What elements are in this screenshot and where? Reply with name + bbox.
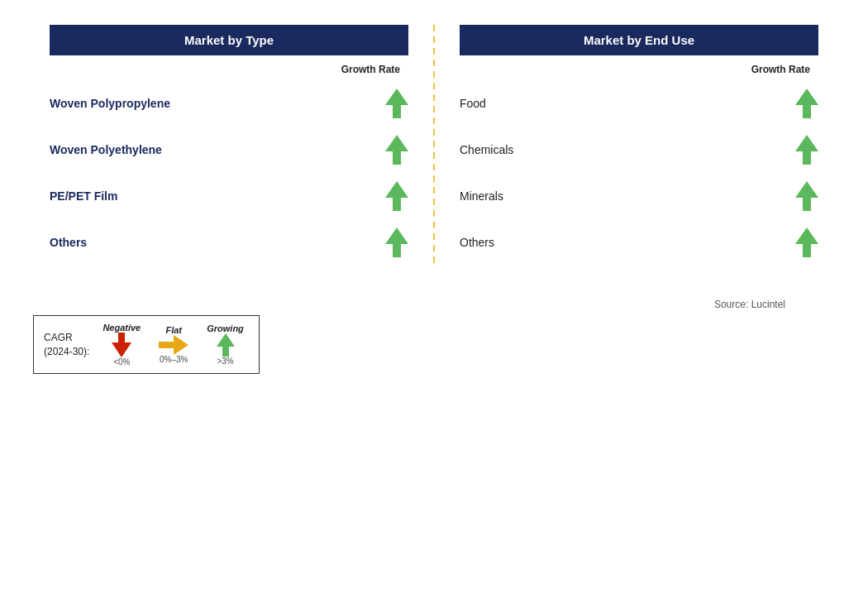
cagr-label: CAGR (2024-30):: [44, 331, 89, 359]
list-item: PE/PET Film: [50, 173, 408, 219]
item-label-pe-pet: PE/PET Film: [50, 189, 117, 203]
list-item: Others: [50, 219, 408, 266]
list-item: Chemicals: [460, 127, 818, 173]
legend-growing: Growing >3%: [207, 323, 244, 366]
yellow-arrow-icon: [159, 335, 188, 355]
left-growth-rate-label: Growth Rate: [50, 64, 408, 75]
growth-arrow-up-icon: [385, 89, 408, 118]
right-panel: Market by End Use Growth Rate Food Chemi…: [443, 25, 835, 266]
list-item: Minerals: [460, 173, 818, 219]
legend-negative: Negative <0%: [103, 323, 141, 366]
growth-arrow-up-icon: [795, 135, 818, 165]
item-label-food: Food: [460, 97, 486, 110]
item-label-woven-pe: Woven Polyethylene: [50, 143, 162, 156]
left-panel-title: Market by Type: [50, 25, 408, 55]
legend-flat: Flat 0%–3%: [159, 325, 188, 364]
item-label-chemicals: Chemicals: [460, 143, 513, 156]
item-label-others-right: Others: [460, 236, 494, 249]
left-panel: Market by Type Growth Rate Woven Polypro…: [33, 25, 425, 266]
item-label-woven-pp: Woven Polypropylene: [50, 97, 170, 110]
legend-negative-range: <0%: [113, 357, 130, 366]
growth-arrow-up-icon: [795, 227, 818, 257]
list-item: Woven Polypropylene: [50, 80, 408, 127]
list-item: Food: [460, 80, 818, 127]
growth-arrow-up-icon: [385, 135, 408, 165]
bottom-area: CAGR (2024-30): Negative <0% Flat 0%–3% …: [0, 290, 868, 374]
legend-box: CAGR (2024-30): Negative <0% Flat 0%–3% …: [33, 315, 260, 374]
vertical-divider: [433, 25, 435, 266]
item-label-others-left: Others: [50, 236, 87, 249]
growth-arrow-up-icon: [385, 181, 408, 211]
growth-arrow-up-icon: [385, 227, 408, 257]
legend-growing-range: >3%: [217, 357, 233, 366]
legend-negative-label: Negative: [103, 323, 141, 333]
legend-growing-label: Growing: [207, 323, 244, 333]
legend-flat-label: Flat: [165, 325, 182, 335]
growth-arrow-up-icon: [795, 89, 818, 118]
list-item: Woven Polyethylene: [50, 127, 408, 173]
legend-green-up-icon: [217, 333, 235, 357]
right-growth-rate-label: Growth Rate: [460, 64, 818, 75]
right-panel-title: Market by End Use: [460, 25, 818, 55]
legend-flat-range: 0%–3%: [160, 355, 188, 364]
growth-arrow-up-icon: [795, 181, 818, 211]
red-down-arrow-icon: [112, 333, 131, 357]
source-text: Source: Lucintel: [714, 299, 835, 310]
item-label-minerals: Minerals: [460, 189, 503, 203]
list-item: Others: [460, 219, 818, 266]
